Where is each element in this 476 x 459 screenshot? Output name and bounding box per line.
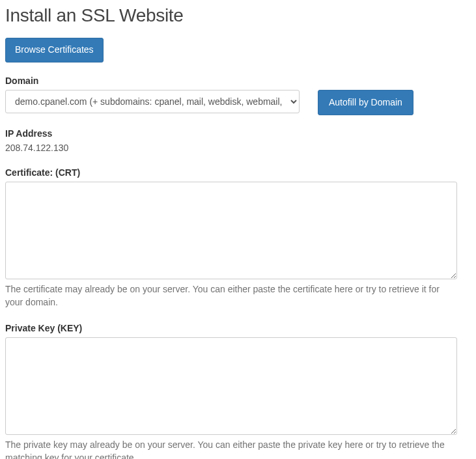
- autofill-by-domain-button[interactable]: Autofill by Domain: [318, 90, 413, 116]
- private-key-label: Private Key (KEY): [5, 323, 471, 333]
- browse-certificates-button[interactable]: Browse Certificates: [5, 38, 104, 63]
- ip-address-label: IP Address: [5, 128, 471, 139]
- private-key-textarea[interactable]: [5, 337, 457, 435]
- private-key-help-text: The private key may already be on your s…: [5, 439, 457, 459]
- certificate-label: Certificate: (CRT): [5, 167, 471, 178]
- ip-address-value: 208.74.122.130: [5, 143, 471, 153]
- certificate-textarea[interactable]: [5, 182, 457, 279]
- domain-select[interactable]: demo.cpanel.com (+ subdomains: cpanel, m…: [5, 90, 300, 113]
- page-title: Install an SSL Website: [5, 5, 471, 26]
- certificate-help-text: The certificate may already be on your s…: [5, 283, 457, 309]
- domain-label: Domain: [5, 76, 471, 86]
